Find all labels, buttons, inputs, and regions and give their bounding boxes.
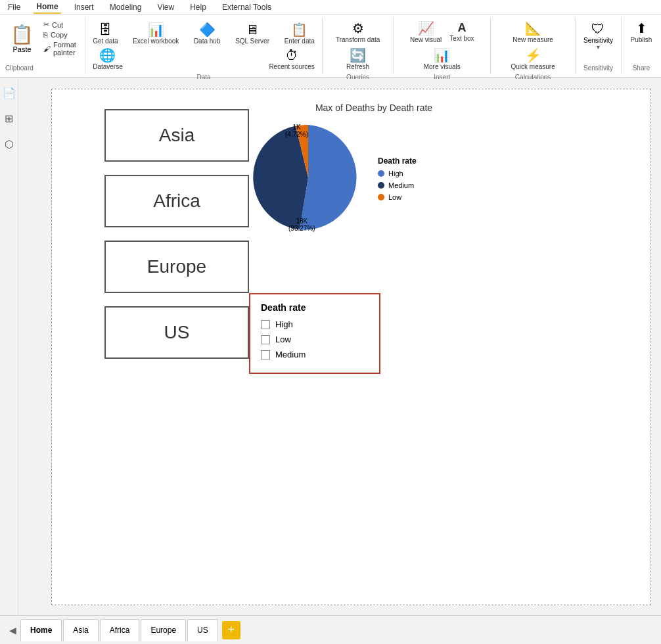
- filter-checkbox-high[interactable]: [261, 320, 270, 329]
- legend-title: Death rate: [378, 156, 417, 166]
- filter-title: Death rate: [261, 302, 369, 313]
- menu-external-tools[interactable]: External Tools: [219, 1, 274, 13]
- format-painter-button[interactable]: 🖌 Format painter: [41, 40, 80, 57]
- copy-icon: ⎘: [43, 31, 48, 39]
- sql-icon: 🖥: [246, 23, 259, 36]
- sensitivity-button[interactable]: 🛡 Sensitivity ▼: [580, 20, 616, 53]
- legend-low: Low: [378, 193, 417, 201]
- tab-europe[interactable]: Europe: [141, 619, 186, 641]
- menu-file[interactable]: File: [5, 1, 23, 13]
- legend-low-dot: [378, 194, 384, 200]
- sensitivity-group: 🛡 Sensitivity ▼ Sensitivity: [576, 17, 622, 74]
- menu-bar: File Home Insert Modeling View Help Exte…: [0, 0, 661, 14]
- share-group: ⬆ Publish Share: [622, 17, 661, 74]
- slicer-asia[interactable]: Asia: [104, 109, 249, 162]
- clipboard-group: 📋 Paste ✂ Cut ⎘ Copy 🖌 Format painter Cl…: [0, 17, 85, 74]
- tab-africa[interactable]: Africa: [100, 619, 140, 641]
- excel-button[interactable]: 📊 Excel workbook: [129, 21, 182, 47]
- filter-item-medium: Medium: [261, 350, 369, 359]
- get-data-icon: 🗄: [99, 23, 112, 36]
- new-visual-icon: 📈: [418, 22, 434, 35]
- filter-checkbox-medium[interactable]: [261, 350, 270, 359]
- left-sidebar: 📄 ⊞ ⬡: [0, 79, 18, 618]
- format-painter-icon: 🖌: [43, 45, 51, 53]
- calculations-group: 📐 New measure ⚡ Quick measure Calculatio…: [491, 17, 576, 74]
- paste-label: Paste: [12, 45, 31, 53]
- slicer-us[interactable]: US: [104, 306, 249, 359]
- chart-title: Max of Deaths by Death rate: [249, 103, 499, 113]
- filter-item-high: High: [261, 319, 369, 329]
- data-hub-icon: 🔷: [199, 23, 216, 36]
- filter-box: Death rate High Low Medium: [249, 293, 380, 374]
- quick-measure-icon: ⚡: [525, 49, 541, 62]
- pie-annotation-1k: 1K (4.72%): [285, 124, 308, 138]
- data-hub-button[interactable]: 🔷 Data hub: [191, 21, 224, 47]
- ribbon: 📋 Paste ✂ Cut ⎘ Copy 🖌 Format painter Cl…: [0, 14, 661, 78]
- sensitivity-icon: 🛡: [591, 22, 604, 37]
- report-view-icon[interactable]: 📄: [0, 84, 18, 102]
- menu-insert[interactable]: Insert: [72, 1, 97, 13]
- more-visuals-button[interactable]: 📊 More visuals: [421, 47, 464, 72]
- queries-group: ⚙ Transform data 🔄 Refresh Queries: [323, 17, 394, 74]
- transform-data-button[interactable]: ⚙ Transform data: [332, 20, 383, 45]
- tab-add-button[interactable]: +: [222, 621, 240, 639]
- refresh-icon: 🔄: [350, 49, 366, 62]
- legend-medium: Medium: [378, 181, 417, 189]
- text-box-button[interactable]: A Text box: [446, 20, 477, 45]
- more-visuals-icon: 📊: [434, 49, 450, 62]
- get-data-button[interactable]: 🗄 Get data: [89, 21, 121, 47]
- menu-modeling[interactable]: Modeling: [107, 1, 145, 13]
- legend-high-dot: [378, 170, 384, 177]
- clipboard-label: Clipboard: [5, 64, 34, 72]
- tab-us[interactable]: US: [187, 619, 218, 641]
- sensitivity-label: Sensitivity: [583, 64, 613, 72]
- menu-home[interactable]: Home: [34, 1, 60, 14]
- tab-asia[interactable]: Asia: [63, 619, 98, 641]
- paste-icon: 📋: [11, 24, 34, 45]
- sql-button[interactable]: 🖥 SQL Server: [232, 21, 273, 47]
- chart-legend: Death rate High Medium Low: [378, 156, 417, 201]
- model-view-icon[interactable]: ⬡: [2, 135, 16, 153]
- copy-button[interactable]: ⎘ Copy: [41, 30, 80, 39]
- cut-button[interactable]: ✂ Cut: [41, 20, 80, 30]
- filter-checkbox-low[interactable]: [261, 335, 270, 344]
- filter-item-low: Low: [261, 334, 369, 344]
- chart-container: Max of Deaths by Death rate: [249, 103, 499, 287]
- share-label: Share: [633, 64, 650, 72]
- enter-data-button[interactable]: 📋 Enter data: [281, 21, 318, 47]
- transform-icon: ⚙: [352, 22, 364, 35]
- menu-help[interactable]: Help: [187, 1, 209, 13]
- pie-chart: 1K (4.72%) 18K (93.27%): [249, 118, 367, 239]
- slicer-africa[interactable]: Africa: [104, 175, 249, 227]
- recent-sources-icon: ⏱: [285, 49, 298, 62]
- excel-icon: 📊: [148, 23, 164, 36]
- slicer-europe[interactable]: Europe: [104, 241, 249, 293]
- publish-icon: ⬆: [636, 22, 647, 35]
- legend-medium-dot: [378, 182, 384, 189]
- refresh-button[interactable]: 🔄 Refresh: [343, 47, 373, 72]
- enter-data-icon: 📋: [291, 23, 308, 36]
- canvas-area: Asia Africa Europe US Max of Deaths by D…: [18, 79, 661, 615]
- menu-view[interactable]: View: [154, 1, 177, 13]
- paste-button[interactable]: 📋 Paste: [5, 21, 39, 56]
- data-group: 🗄 Get data 📊 Excel workbook 🔷 Data hub 🖥…: [85, 17, 323, 74]
- bottom-tabs: ◀ Home Asia Africa Europe US +: [0, 615, 661, 644]
- tab-nav-left[interactable]: ◀: [5, 622, 20, 638]
- recent-sources-button[interactable]: ⏱ Recent sources: [265, 47, 317, 72]
- publish-button[interactable]: ⬆ Publish: [627, 20, 656, 45]
- tab-home[interactable]: Home: [20, 619, 62, 641]
- new-visual-button[interactable]: 📈 New visual: [407, 20, 445, 45]
- dataverse-icon: 🌐: [99, 49, 116, 62]
- text-box-icon: A: [457, 22, 466, 34]
- page-canvas: Asia Africa Europe US Max of Deaths by D…: [51, 89, 651, 605]
- insert-group: 📈 New visual A Text box 📊 More visuals I…: [394, 17, 491, 74]
- cut-icon: ✂: [43, 20, 49, 29]
- new-measure-icon: 📐: [525, 22, 541, 35]
- legend-high: High: [378, 170, 417, 177]
- pie-annotation-18k: 18K (93.27%): [288, 218, 315, 232]
- chart-body: 1K (4.72%) 18K (93.27%) Death rate High: [249, 118, 499, 239]
- new-measure-button[interactable]: 📐 New measure: [509, 20, 557, 45]
- quick-measure-button[interactable]: ⚡ Quick measure: [507, 47, 558, 72]
- dataverse-button[interactable]: 🌐 Dataverse: [89, 47, 126, 72]
- table-view-icon[interactable]: ⊞: [2, 110, 16, 127]
